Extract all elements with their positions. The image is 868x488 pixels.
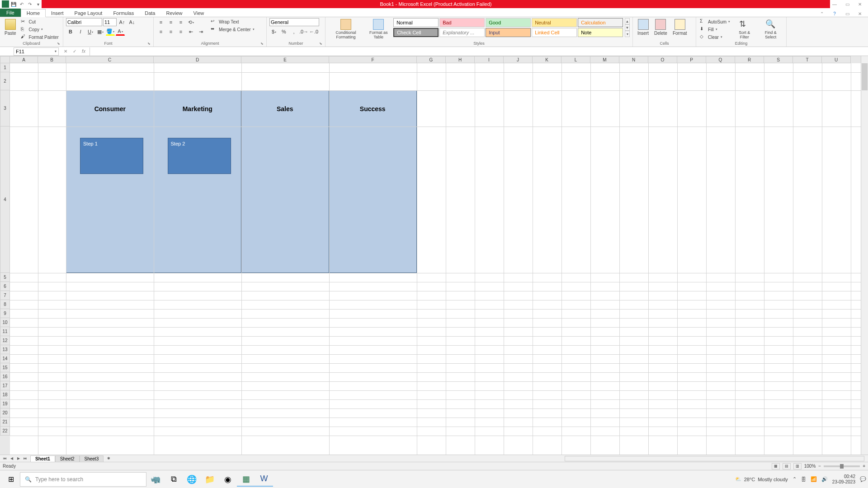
conditional-formatting-button[interactable]: Conditional Formatting [328,18,363,41]
next-sheet-icon[interactable]: ▶ [15,456,22,461]
paste-button[interactable]: Paste [3,18,18,37]
row-header-14[interactable]: 14 [0,354,10,363]
align-bottom-icon[interactable]: ≡ [176,18,185,26]
decrease-decimal-icon[interactable]: ←.0 [309,28,318,36]
lane-consumer[interactable]: ConsumerStep 1 [66,91,154,272]
style-check-cell[interactable]: Check Cell [393,28,439,37]
cancel-formula-icon[interactable]: ✕ [61,48,70,55]
minimize-button[interactable]: — [830,1,839,7]
row-header-1[interactable]: 1 [0,63,10,72]
vscroll-thumb[interactable] [862,63,868,90]
name-box-dropdown-icon[interactable]: ▾ [55,49,57,53]
fill-color-button[interactable]: 🪣 [106,28,115,36]
insert-cells-button[interactable]: Insert [636,18,651,37]
volume-icon[interactable]: 🔊 [821,476,828,482]
task-view-icon[interactable]: ⧉ [165,472,183,487]
window-restore-icon[interactable]: ▭ [843,10,852,17]
number-format-select[interactable] [269,18,319,26]
styles-more-icon[interactable]: ▾ [625,31,630,37]
underline-button[interactable]: U [86,28,95,36]
decrease-font-icon[interactable]: A↓ [127,18,137,26]
tab-page-layout[interactable]: Page Layout [69,9,108,17]
bold-button[interactable]: B [66,28,75,36]
cortana-icon[interactable]: 🦏 [146,472,165,487]
row-header-22[interactable]: 22 [0,427,10,436]
window-close-icon[interactable]: ✕ [855,10,864,17]
file-explorer-icon[interactable]: 📁 [201,472,219,487]
col-header-P[interactable]: P [677,56,706,63]
col-header-C[interactable]: C [66,56,154,63]
help-icon[interactable]: ? [830,10,839,17]
tab-data[interactable]: Data [139,9,160,17]
page-layout-view-icon[interactable]: ▤ [783,463,791,469]
zoom-in-icon[interactable]: + [863,464,865,469]
copy-button[interactable]: Copy▾ [20,26,60,33]
row-header-13[interactable]: 13 [0,345,10,354]
col-header-N[interactable]: N [619,56,648,63]
vertical-scrollbar[interactable] [861,56,868,455]
col-header-L[interactable]: L [561,56,590,63]
horizontal-scrollbar[interactable] [115,456,864,461]
lane-marketing[interactable]: MarketingStep 2 [154,91,242,272]
row-header-8[interactable]: 8 [0,300,10,309]
save-icon[interactable] [10,0,17,8]
style-linked-cell[interactable]: Linked Cell [532,28,577,37]
step-box[interactable]: Step 1 [80,138,143,174]
restore-button[interactable]: ▭ [843,1,852,7]
name-box[interactable]: F11 ▾ [14,47,59,56]
col-header-E[interactable]: E [241,56,329,63]
align-center-icon[interactable]: ≡ [166,28,175,36]
font-launcher-icon[interactable]: ⬊ [147,42,151,46]
find-select-button[interactable]: 🔍Find & Select [758,18,783,41]
sheet-tab-sheet1[interactable]: Sheet1 [30,455,55,462]
increase-decimal-icon[interactable]: .0→ [299,28,308,36]
style-input[interactable]: Input [486,28,531,37]
first-sheet-icon[interactable]: ⏮ [2,456,8,461]
cut-button[interactable]: Cut [20,18,60,25]
edge-icon[interactable]: 🌐 [183,472,201,487]
align-middle-icon[interactable]: ≡ [166,18,175,26]
close-button[interactable]: ✕ [855,1,864,7]
style-explanatory[interactable]: Explanatory ... [439,28,485,37]
align-left-icon[interactable]: ≡ [156,28,165,36]
align-top-icon[interactable]: ≡ [156,18,165,26]
fill-button[interactable]: ⬇Fill▾ [699,26,731,33]
select-all-corner[interactable] [0,56,10,63]
col-header-R[interactable]: R [735,56,764,63]
row-header-11[interactable]: 11 [0,327,10,336]
col-header-F[interactable]: F [329,56,417,63]
tab-view[interactable]: View [188,9,210,17]
col-header-J[interactable]: J [504,56,533,63]
qat-customize-icon[interactable]: ▾ [34,0,42,8]
row-header-18[interactable]: 18 [0,390,10,399]
minimize-ribbon-icon[interactable]: ⌃ [817,10,826,17]
redo-icon[interactable]: ↷ [26,0,33,8]
merge-center-button[interactable]: ⬌Merge & Center▾ [210,26,255,33]
font-size-select[interactable] [103,18,117,26]
font-color-button[interactable]: A [116,28,125,36]
orientation-icon[interactable]: ⟲ [186,18,195,26]
row-header-17[interactable]: 17 [0,381,10,390]
style-neutral[interactable]: Neutral [532,18,577,27]
lane-sales[interactable]: Sales [241,91,329,272]
autosum-button[interactable]: ΣAutoSum▾ [699,18,731,25]
increase-indent-icon[interactable]: ⇥ [196,28,205,36]
page-break-view-icon[interactable]: ▥ [793,463,802,469]
word-taskbar-icon[interactable]: W [255,472,273,487]
sheet-tab-sheet3[interactable]: Sheet3 [80,455,104,462]
row-header-6[interactable]: 6 [0,282,10,291]
weather-widget[interactable]: ⛅ 28°C Mostly cloudy [735,476,788,482]
col-header-D[interactable]: D [154,56,241,63]
format-cells-button[interactable]: Format [671,18,689,37]
styles-scroll-up-icon[interactable]: ▲ [625,18,630,24]
excel-taskbar-icon[interactable]: ▦ [237,472,255,487]
clock[interactable]: 00:42 23-09-2023 [832,474,855,485]
tray-chevron-icon[interactable]: ⌃ [793,476,797,482]
row-header-9[interactable]: 9 [0,309,10,318]
row-header-19[interactable]: 19 [0,399,10,408]
col-header-O[interactable]: O [648,56,677,63]
number-launcher-icon[interactable]: ⬊ [319,42,322,46]
col-header-A[interactable]: A [10,56,38,63]
alignment-launcher-icon[interactable]: ⬊ [260,42,264,46]
col-header-B[interactable]: B [38,56,66,63]
